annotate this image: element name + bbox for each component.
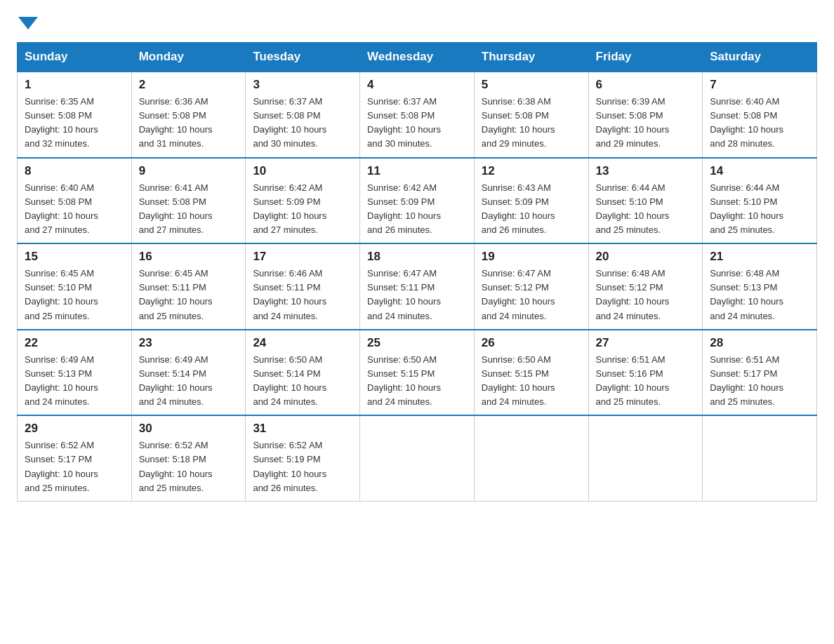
day-cell-28: 28Sunrise: 6:51 AMSunset: 5:17 PMDayligh… <box>703 330 817 416</box>
calendar-header-row: SundayMondayTuesdayWednesdayThursdayFrid… <box>18 43 817 72</box>
calendar-week-1: 1Sunrise: 6:35 AMSunset: 5:08 PMDaylight… <box>18 72 817 158</box>
day-cell-22: 22Sunrise: 6:49 AMSunset: 5:13 PMDayligh… <box>18 330 132 416</box>
day-info-28: Sunrise: 6:51 AMSunset: 5:17 PMDaylight:… <box>710 353 809 410</box>
day-number-19: 19 <box>482 250 581 264</box>
empty-cell <box>588 415 703 501</box>
day-number-2: 2 <box>139 78 239 92</box>
day-cell-18: 18Sunrise: 6:47 AMSunset: 5:11 PMDayligh… <box>360 243 475 330</box>
day-info-14: Sunrise: 6:44 AMSunset: 5:10 PMDaylight:… <box>710 181 809 238</box>
col-header-saturday: Saturday <box>703 43 817 72</box>
day-cell-19: 19Sunrise: 6:47 AMSunset: 5:12 PMDayligh… <box>474 243 588 330</box>
day-info-12: Sunrise: 6:43 AMSunset: 5:09 PMDaylight:… <box>482 181 581 238</box>
day-info-9: Sunrise: 6:41 AMSunset: 5:08 PMDaylight:… <box>139 181 239 238</box>
day-cell-6: 6Sunrise: 6:39 AMSunset: 5:08 PMDaylight… <box>588 72 703 158</box>
day-info-2: Sunrise: 6:36 AMSunset: 5:08 PMDaylight:… <box>139 95 239 152</box>
calendar-week-3: 15Sunrise: 6:45 AMSunset: 5:10 PMDayligh… <box>18 243 817 330</box>
day-info-24: Sunrise: 6:50 AMSunset: 5:14 PMDaylight:… <box>253 353 352 410</box>
day-cell-15: 15Sunrise: 6:45 AMSunset: 5:10 PMDayligh… <box>18 243 132 330</box>
day-number-25: 25 <box>367 336 467 350</box>
day-number-17: 17 <box>253 250 352 264</box>
day-number-31: 31 <box>253 422 352 436</box>
empty-cell <box>360 415 475 501</box>
day-cell-11: 11Sunrise: 6:42 AMSunset: 5:09 PMDayligh… <box>360 158 475 244</box>
col-header-sunday: Sunday <box>18 43 132 72</box>
day-info-11: Sunrise: 6:42 AMSunset: 5:09 PMDaylight:… <box>367 181 467 238</box>
day-number-18: 18 <box>367 250 467 264</box>
day-cell-16: 16Sunrise: 6:45 AMSunset: 5:11 PMDayligh… <box>131 243 246 330</box>
day-cell-8: 8Sunrise: 6:40 AMSunset: 5:08 PMDaylight… <box>18 158 132 244</box>
day-number-12: 12 <box>482 164 581 178</box>
day-cell-4: 4Sunrise: 6:37 AMSunset: 5:08 PMDaylight… <box>360 72 475 158</box>
logo-triangle-icon <box>18 17 38 29</box>
day-number-7: 7 <box>710 78 809 92</box>
day-cell-2: 2Sunrise: 6:36 AMSunset: 5:08 PMDaylight… <box>131 72 246 158</box>
day-cell-31: 31Sunrise: 6:52 AMSunset: 5:19 PMDayligh… <box>246 415 360 501</box>
day-cell-29: 29Sunrise: 6:52 AMSunset: 5:17 PMDayligh… <box>18 415 132 501</box>
day-info-15: Sunrise: 6:45 AMSunset: 5:10 PMDaylight:… <box>25 267 124 323</box>
day-info-1: Sunrise: 6:35 AMSunset: 5:08 PMDaylight:… <box>25 95 124 152</box>
calendar-week-2: 8Sunrise: 6:40 AMSunset: 5:08 PMDaylight… <box>18 158 817 244</box>
day-info-10: Sunrise: 6:42 AMSunset: 5:09 PMDaylight:… <box>253 181 352 238</box>
col-header-thursday: Thursday <box>474 43 588 72</box>
page-header <box>17 17 817 29</box>
day-cell-12: 12Sunrise: 6:43 AMSunset: 5:09 PMDayligh… <box>474 158 588 244</box>
day-info-6: Sunrise: 6:39 AMSunset: 5:08 PMDaylight:… <box>596 95 696 152</box>
day-number-22: 22 <box>25 336 124 350</box>
day-number-15: 15 <box>25 250 124 264</box>
day-number-21: 21 <box>710 250 809 264</box>
day-cell-30: 30Sunrise: 6:52 AMSunset: 5:18 PMDayligh… <box>131 415 246 501</box>
day-info-7: Sunrise: 6:40 AMSunset: 5:08 PMDaylight:… <box>710 95 809 152</box>
day-cell-10: 10Sunrise: 6:42 AMSunset: 5:09 PMDayligh… <box>246 158 360 244</box>
calendar-table: SundayMondayTuesdayWednesdayThursdayFrid… <box>17 42 817 502</box>
day-cell-21: 21Sunrise: 6:48 AMSunset: 5:13 PMDayligh… <box>703 243 817 330</box>
day-info-18: Sunrise: 6:47 AMSunset: 5:11 PMDaylight:… <box>367 267 467 323</box>
day-info-19: Sunrise: 6:47 AMSunset: 5:12 PMDaylight:… <box>482 267 581 323</box>
day-number-27: 27 <box>596 336 696 350</box>
day-cell-14: 14Sunrise: 6:44 AMSunset: 5:10 PMDayligh… <box>703 158 817 244</box>
day-number-14: 14 <box>710 164 809 178</box>
day-info-31: Sunrise: 6:52 AMSunset: 5:19 PMDaylight:… <box>253 438 352 495</box>
day-number-11: 11 <box>367 164 467 178</box>
day-number-23: 23 <box>139 336 239 350</box>
day-number-4: 4 <box>367 78 467 92</box>
day-cell-17: 17Sunrise: 6:46 AMSunset: 5:11 PMDayligh… <box>246 243 360 330</box>
day-number-6: 6 <box>596 78 696 92</box>
calendar-week-4: 22Sunrise: 6:49 AMSunset: 5:13 PMDayligh… <box>18 330 817 416</box>
day-info-13: Sunrise: 6:44 AMSunset: 5:10 PMDaylight:… <box>596 181 696 238</box>
day-info-22: Sunrise: 6:49 AMSunset: 5:13 PMDaylight:… <box>25 353 124 410</box>
day-number-16: 16 <box>139 250 239 264</box>
day-cell-23: 23Sunrise: 6:49 AMSunset: 5:14 PMDayligh… <box>131 330 246 416</box>
day-info-26: Sunrise: 6:50 AMSunset: 5:15 PMDaylight:… <box>482 353 581 410</box>
empty-cell <box>474 415 588 501</box>
day-cell-27: 27Sunrise: 6:51 AMSunset: 5:16 PMDayligh… <box>588 330 703 416</box>
day-cell-20: 20Sunrise: 6:48 AMSunset: 5:12 PMDayligh… <box>588 243 703 330</box>
day-info-20: Sunrise: 6:48 AMSunset: 5:12 PMDaylight:… <box>596 267 696 323</box>
day-number-8: 8 <box>25 164 124 178</box>
day-info-8: Sunrise: 6:40 AMSunset: 5:08 PMDaylight:… <box>25 181 124 238</box>
day-number-3: 3 <box>253 78 352 92</box>
day-cell-5: 5Sunrise: 6:38 AMSunset: 5:08 PMDaylight… <box>474 72 588 158</box>
day-cell-25: 25Sunrise: 6:50 AMSunset: 5:15 PMDayligh… <box>360 330 475 416</box>
day-cell-13: 13Sunrise: 6:44 AMSunset: 5:10 PMDayligh… <box>588 158 703 244</box>
col-header-wednesday: Wednesday <box>360 43 475 72</box>
calendar-week-5: 29Sunrise: 6:52 AMSunset: 5:17 PMDayligh… <box>18 415 817 501</box>
day-number-1: 1 <box>25 78 124 92</box>
day-info-30: Sunrise: 6:52 AMSunset: 5:18 PMDaylight:… <box>139 438 239 495</box>
day-number-29: 29 <box>25 422 124 436</box>
col-header-friday: Friday <box>588 43 703 72</box>
day-number-20: 20 <box>596 250 696 264</box>
day-info-3: Sunrise: 6:37 AMSunset: 5:08 PMDaylight:… <box>253 95 352 152</box>
day-info-25: Sunrise: 6:50 AMSunset: 5:15 PMDaylight:… <box>367 353 467 410</box>
day-number-5: 5 <box>482 78 581 92</box>
day-cell-3: 3Sunrise: 6:37 AMSunset: 5:08 PMDaylight… <box>246 72 360 158</box>
col-header-tuesday: Tuesday <box>246 43 360 72</box>
empty-cell <box>703 415 817 501</box>
day-cell-7: 7Sunrise: 6:40 AMSunset: 5:08 PMDaylight… <box>703 72 817 158</box>
day-cell-1: 1Sunrise: 6:35 AMSunset: 5:08 PMDaylight… <box>18 72 132 158</box>
day-info-4: Sunrise: 6:37 AMSunset: 5:08 PMDaylight:… <box>367 95 467 152</box>
day-cell-26: 26Sunrise: 6:50 AMSunset: 5:15 PMDayligh… <box>474 330 588 416</box>
day-info-5: Sunrise: 6:38 AMSunset: 5:08 PMDaylight:… <box>482 95 581 152</box>
day-info-21: Sunrise: 6:48 AMSunset: 5:13 PMDaylight:… <box>710 267 809 323</box>
day-info-16: Sunrise: 6:45 AMSunset: 5:11 PMDaylight:… <box>139 267 239 323</box>
day-number-28: 28 <box>710 336 809 350</box>
